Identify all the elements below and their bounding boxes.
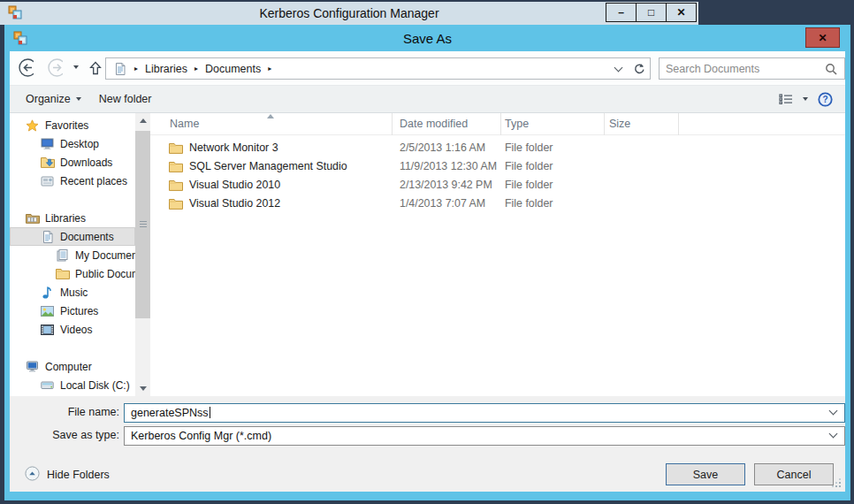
scroll-up-button[interactable] [135,113,150,128]
minimize-icon: – [618,6,624,19]
file-row[interactable]: Network Monitor 32/5/2013 1:16 AMFile fo… [150,139,845,157]
app-window-titlebar[interactable]: Kerberos Configuration Manager –□✕ [0,2,698,25]
sidebar-item-label: Public Docume [75,268,135,280]
organize-label: Organize [26,93,71,105]
chevron-up-icon [140,118,147,123]
sidebar-section: LibrariesDocumentsMy DocumentsPublic Doc… [10,209,135,339]
close-icon: ✕ [676,6,685,19]
sort-ascending-icon [267,114,274,118]
breadcrumb-arrow-icon: ▸ [187,65,205,73]
file-name-row: File name: generateSPNss [10,403,845,423]
sidebar-item-videos[interactable]: Videos [10,320,135,339]
address-bar[interactable]: ▸Libraries▸Documents▸ [105,57,651,80]
file-name: Visual Studio 2010 [189,179,280,191]
sidebar-item-documents[interactable]: Documents [10,227,135,246]
navigation-row: ▸Libraries▸Documents▸ [10,51,845,85]
window-close-button[interactable]: ✕ [666,3,697,22]
help-button[interactable]: ? [818,92,833,107]
dialog-title: Save As [4,31,850,46]
save-as-type-select[interactable]: Kerberos Config Mgr (*.cmd) [124,426,845,446]
sidebar-item-downloads[interactable]: Downloads [10,153,135,172]
videos-icon [40,325,55,335]
column-header-type[interactable]: Type [501,113,605,135]
dialog-titlebar[interactable]: Save As ✕ [4,25,850,51]
new-folder-button[interactable]: New folder [90,86,161,112]
organize-button[interactable]: Organize [17,86,90,112]
column-header-name[interactable]: Name [150,113,393,135]
dialog-close-button[interactable]: ✕ [805,27,840,48]
window-controls: –□✕ [606,3,697,22]
sidebar-item-favorites[interactable]: Favorites [10,116,135,134]
breadcrumb-item-documents[interactable]: Documents [205,63,261,75]
sidebar-section: FavoritesDesktopDownloadsRecent places [10,116,135,190]
sidebar-scrollbar[interactable] [135,113,150,396]
desktop-icon [40,138,55,149]
search-icon [823,63,838,75]
my-documents-icon [55,249,70,262]
chevron-down-icon[interactable] [829,407,838,416]
sidebar-item-libraries[interactable]: Libraries [10,209,135,227]
sidebar-item-label: Pictures [60,305,98,317]
sidebar-item-label: Music [60,286,88,299]
chevron-down-icon[interactable] [829,430,838,439]
file-name: Visual Studio 2012 [189,197,280,210]
sidebar-item-desktop[interactable]: Desktop [10,134,135,153]
column-header-size[interactable]: Size [605,113,679,135]
cancel-button[interactable]: Cancel [754,463,834,485]
text-cursor [210,407,210,418]
music-icon [40,286,55,299]
app-window-title: Kerberos Configuration Manager [0,6,698,20]
file-row[interactable]: Visual Studio 20102/13/2013 9:42 PMFile … [150,176,845,195]
scroll-down-button[interactable] [135,381,150,396]
computer-icon [25,361,40,372]
scrollbar-thumb[interactable] [135,131,150,318]
sidebar-item-label: Favorites [45,119,88,132]
refresh-button[interactable] [629,58,650,79]
downloads-icon [40,157,55,168]
previous-locations-button[interactable] [607,58,629,79]
document-icon [40,231,55,243]
scrollbar-grip-icon [140,221,147,228]
window-minimize-button[interactable]: – [606,3,637,22]
file-date-modified: 2/13/2013 9:42 PM [400,179,492,191]
window-maximize-button[interactable]: □ [636,3,667,22]
chevron-down-icon [140,386,147,391]
change-view-button[interactable] [778,94,793,105]
view-options-dropdown-button[interactable] [803,97,808,101]
file-row[interactable]: SQL Server Management Studio11/9/2013 12… [150,157,845,176]
save-button[interactable]: Save [666,463,745,485]
sidebar-item-label: Documents [60,231,114,243]
file-date-modified: 2/5/2013 1:16 AM [400,141,485,154]
save-as-type-label: Save as type: [10,429,119,441]
sidebar-item-my-documents[interactable]: My Documents [10,246,135,264]
column-header-date-modified[interactable]: Date modified [393,113,501,135]
up-button[interactable] [88,58,103,77]
star-icon [25,119,40,132]
sidebar-item-pictures[interactable]: Pictures [10,302,135,320]
file-row[interactable]: Visual Studio 20121/4/2013 7:07 AMFile f… [150,195,845,213]
file-name-input[interactable]: generateSPNss [124,403,845,423]
navigation-pane: FavoritesDesktopDownloadsRecent placesLi… [10,113,135,399]
save-as-type-row: Save as type: Kerberos Config Mgr (*.cmd… [10,426,845,446]
recent-pages-dropdown-button[interactable] [72,65,80,73]
column-header-label: Size [609,118,630,130]
sidebar-item-music[interactable]: Music [10,283,135,302]
file-type: File folder [505,160,553,172]
sidebar-item-computer[interactable]: Computer [10,357,135,376]
maximize-icon: □ [648,6,654,19]
search-box [659,57,845,80]
sidebar-item-public-docume[interactable]: Public Docume [10,264,135,283]
back-button[interactable] [19,58,37,77]
sidebar-item-local-disk-c[interactable]: Local Disk (C:) [10,376,135,394]
resize-grip[interactable] [839,485,841,487]
hide-folders-icon [25,466,40,481]
new-folder-label: New folder [99,93,152,105]
search-input[interactable] [666,60,814,77]
sidebar-section: ComputerLocal Disk (C:) [10,357,135,394]
file-date-modified: 1/4/2013 7:07 AM [400,197,485,210]
forward-button[interactable] [48,58,66,77]
hide-folders-button[interactable]: Hide Folders [25,466,110,484]
breadcrumb-arrow-icon: ▸ [261,65,278,73]
sidebar-item-recent-places[interactable]: Recent places [10,172,135,190]
breadcrumb-item-libraries[interactable]: Libraries [145,63,187,75]
